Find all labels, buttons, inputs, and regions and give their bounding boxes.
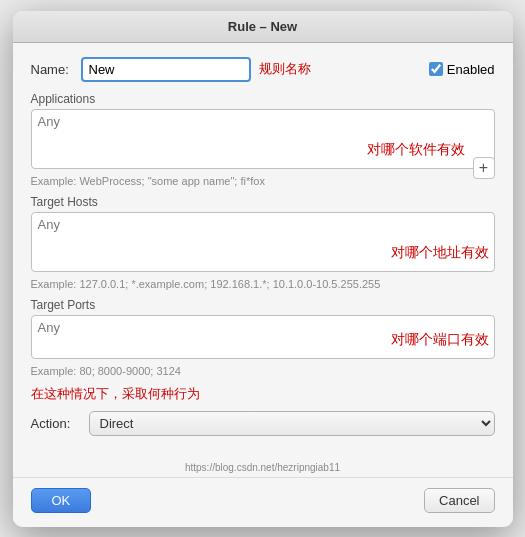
action-label: Action:: [31, 416, 79, 431]
annotation-action: 在这种情况下，采取何种行为: [31, 386, 200, 401]
target-ports-label: Target Ports: [31, 298, 495, 312]
titlebar: Rule – New: [13, 11, 513, 43]
bottom-buttons: OK Cancel: [13, 477, 513, 527]
name-row: Name: 规则名称 Enabled: [31, 57, 495, 82]
enabled-wrapper: Enabled: [429, 62, 495, 77]
name-left: Name: 规则名称: [31, 57, 311, 82]
applications-example: Example: WebProcess; "some app name"; fi…: [31, 175, 495, 187]
target-hosts-section: Target Hosts 对哪个地址有效 Example: 127.0.0.1;…: [31, 195, 495, 290]
window-title: Rule – New: [228, 19, 297, 34]
plus-icon: +: [479, 159, 488, 177]
target-ports-section: Target Ports 对哪个端口有效 Example: 80; 8000-9…: [31, 298, 495, 377]
applications-section: Applications 对哪个软件有效 Example: WebProcess…: [31, 92, 495, 187]
target-hosts-label: Target Hosts: [31, 195, 495, 209]
target-hosts-input[interactable]: [31, 212, 495, 272]
applications-label: Applications: [31, 92, 495, 106]
cancel-button[interactable]: Cancel: [424, 488, 494, 513]
applications-add-button[interactable]: +: [473, 157, 495, 179]
ok-button[interactable]: OK: [31, 488, 92, 513]
action-select[interactable]: Direct Reject Proxy: [89, 411, 495, 436]
name-label: Name:: [31, 62, 73, 77]
action-annotation-wrapper: 在这种情况下，采取何种行为: [31, 385, 495, 403]
target-hosts-example: Example: 127.0.0.1; *.example.com; 192.1…: [31, 278, 495, 290]
target-ports-input[interactable]: [31, 315, 495, 359]
applications-input[interactable]: [31, 109, 495, 169]
annotation-name: 规则名称: [259, 60, 311, 78]
enabled-checkbox[interactable]: [429, 62, 443, 76]
enabled-label: Enabled: [447, 62, 495, 77]
name-input[interactable]: [81, 57, 251, 82]
watermark: https://blog.csdn.net/hezripngiab11: [13, 462, 513, 477]
rule-window: Rule – New Name: 规则名称 Enabled Applicatio…: [13, 11, 513, 527]
action-row: Action: Direct Reject Proxy: [31, 411, 495, 436]
target-ports-example: Example: 80; 8000-9000; 3124: [31, 365, 495, 377]
